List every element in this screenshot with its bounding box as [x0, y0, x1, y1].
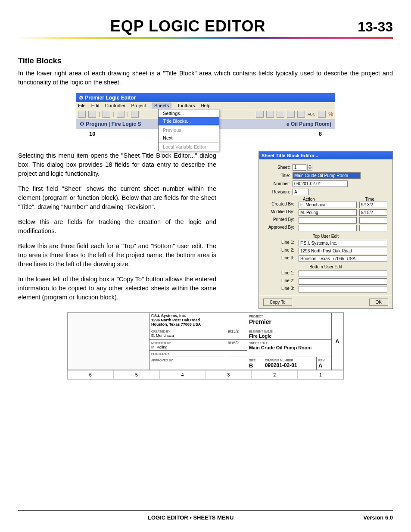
modified-time-input[interactable]	[359, 209, 387, 216]
toolbar-button[interactable]	[318, 111, 326, 118]
toolbar-button[interactable]	[78, 111, 86, 118]
tab-label-left: Program | Fire Logic S	[86, 121, 141, 127]
toolbar-button[interactable]	[131, 111, 139, 118]
app-icon: ⚙	[79, 95, 84, 101]
bottom-ruler: 6 5 4 3 2 1	[68, 370, 343, 379]
field-value: E. Menchaca	[151, 333, 174, 338]
tab-label-right: e Oil Pump Room)	[286, 121, 331, 127]
line2-label: Line 2:	[264, 278, 294, 285]
app-icon: ⚙	[80, 121, 84, 127]
time-header: Time	[365, 197, 374, 202]
field-value: B	[249, 362, 253, 369]
body-paragraph: Below this are fields for tracking the c…	[18, 218, 216, 236]
field-value: 9/13/2	[228, 329, 239, 333]
modified-by-input[interactable]	[299, 209, 357, 216]
sheet-label: Sheet:	[264, 165, 290, 170]
field-label: REV	[318, 359, 324, 362]
field-value: 9/15/2	[228, 341, 239, 345]
field-label: ELEMENT NAME	[249, 330, 273, 333]
field-value: Fire Logic	[249, 333, 272, 339]
number-label: Number:	[264, 181, 290, 186]
number-input[interactable]	[293, 180, 348, 187]
field-label: SHEET TITLE	[249, 342, 268, 345]
line1-label: Line 1:	[264, 240, 294, 246]
menu-edit[interactable]: Edit	[91, 103, 100, 108]
ruler-num: 8	[319, 131, 322, 137]
field-value: Premier	[249, 318, 271, 325]
revision-input[interactable]	[293, 189, 309, 195]
menu-bar: File Edit Controller Project Sheets Tool…	[76, 102, 335, 109]
side-letter: A	[332, 313, 343, 370]
ruler-num: 3	[206, 370, 252, 379]
bot-line2-input[interactable]	[299, 278, 387, 285]
ok-button[interactable]: OK	[369, 299, 388, 306]
bot-line3-input[interactable]	[299, 286, 387, 292]
dialog-screenshot: Sheet Title Block Editor... Sheet: ▴▾ Ti…	[258, 151, 393, 309]
top-line2-input[interactable]	[299, 248, 387, 254]
footer-version: Version 6.0	[363, 514, 393, 521]
printed-time-input[interactable]	[359, 217, 387, 224]
toolbar-button[interactable]	[287, 111, 295, 118]
line1-label: Line 1:	[264, 271, 294, 277]
printed-by-input[interactable]	[299, 217, 357, 224]
approved-time-input[interactable]	[359, 225, 387, 231]
toolbar-button[interactable]	[117, 111, 125, 118]
approved-by-input[interactable]	[299, 225, 357, 231]
menu-controller[interactable]: Controller	[105, 103, 126, 108]
field-label: SIZE	[249, 359, 256, 362]
intro-paragraph: In the lower right area of each drawing …	[18, 69, 393, 87]
created-time-input[interactable]	[359, 202, 387, 208]
menu-item-local-var: Local Variable Editor	[159, 143, 219, 151]
menu-file[interactable]: File	[78, 103, 86, 108]
bottom-user-edit-header: Bottom User Edit	[264, 264, 387, 269]
toolbar-button[interactable]	[256, 111, 264, 118]
action-header: Action	[303, 197, 315, 202]
toolbar-button[interactable]	[88, 111, 96, 118]
menu-item-next[interactable]: Next	[159, 134, 219, 142]
created-by-input[interactable]	[299, 202, 357, 208]
line3-label: Line 3:	[264, 255, 294, 262]
created-label: Created By:	[264, 202, 294, 208]
line2-label: Line 2:	[264, 248, 294, 254]
printed-label: Printed By:	[264, 217, 294, 224]
footer-center: Logic Editor • Sheets Menu	[148, 514, 234, 521]
field-label: DRAWING NUMBER	[265, 359, 293, 362]
line3-label: Line 3:	[264, 286, 294, 292]
top-line3-input[interactable]	[299, 255, 387, 262]
header-rule	[18, 37, 393, 39]
sheet-spinner[interactable]: ▴▾	[307, 164, 312, 171]
ruler-num: 2	[252, 370, 298, 379]
bot-line1-input[interactable]	[299, 271, 387, 277]
title-input[interactable]	[293, 172, 361, 179]
field-label: APPROVED BY	[151, 359, 173, 362]
field-label: MODIFIED BY	[151, 342, 171, 345]
section-heading: Title Blocks	[18, 56, 393, 65]
toolbar-button[interactable]	[266, 111, 274, 118]
top-line1-input[interactable]	[299, 240, 387, 246]
ruler-num: 1	[298, 370, 343, 379]
page-title: EQP LOGIC EDITOR	[110, 17, 266, 35]
top-user-edit-header: Top User Edit	[264, 234, 387, 239]
menu-item-settings[interactable]: Settings...	[159, 109, 219, 117]
toolbar-button[interactable]	[277, 111, 284, 118]
company-line: 1296 North Post Oak Road	[151, 318, 200, 322]
sheet-input[interactable]	[293, 164, 306, 171]
copy-to-button[interactable]: Copy To	[263, 299, 292, 306]
field-label: PROJECT	[249, 315, 263, 318]
toolbar-button[interactable]	[297, 111, 305, 118]
window-titlebar: ⚙ Premier Logic Editor	[76, 93, 335, 102]
approved-label: Approved By:	[264, 225, 294, 231]
page-footer: Logic Editor • Sheets Menu Version 6.0	[18, 510, 393, 521]
menu-help[interactable]: Help	[201, 103, 211, 108]
menu-sheets[interactable]: Sheets	[152, 103, 171, 109]
menu-toolbars[interactable]: Toolbars	[177, 103, 195, 108]
revision-label: Revision:	[264, 190, 290, 194]
field-value: A	[318, 362, 322, 369]
menu-project[interactable]: Project	[131, 103, 146, 108]
title-block-screenshot: F.S.I. Systems, Inc. 1296 North Post Oak…	[67, 312, 344, 380]
toolbar-button[interactable]	[103, 111, 110, 118]
field-label: PRINTED BY	[151, 352, 169, 355]
body-paragraph: The first field "Sheet" shows the curren…	[18, 184, 216, 212]
menu-item-title-blocks[interactable]: Title Blocks...	[159, 117, 219, 125]
field-value: 090201-02-01	[265, 362, 297, 368]
